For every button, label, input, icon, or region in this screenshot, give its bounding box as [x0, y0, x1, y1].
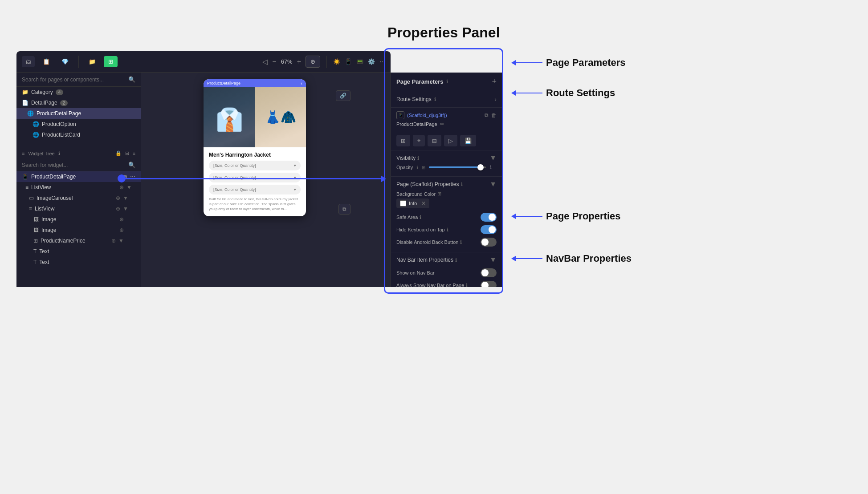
page-display-name: ProductDetailPage [396, 121, 437, 127]
add-widget-icon-2[interactable]: ⊕ [119, 184, 124, 190]
show-on-navbar-toggle[interactable] [481, 268, 497, 277]
search-icon-2: 🔍 [128, 162, 135, 168]
hide-keyboard-info-icon: ℹ [447, 227, 448, 233]
widget-item-listview-2[interactable]: ≡ ListView ⊕ ▼ [16, 203, 141, 214]
page-item-category[interactable]: 📁 Category 4 [16, 87, 141, 97]
page-item-detailpage[interactable]: 📄 DetailPage 2 [16, 97, 141, 108]
list-icon: ≡ [25, 184, 29, 190]
toolbar-gem-icon[interactable]: 💎 [58, 56, 72, 67]
toolbar-sun-icon[interactable]: ☀️ [333, 58, 340, 65]
product-detail-widget-label: ProductDetailPage [31, 174, 76, 180]
add-widget-icon-3[interactable]: ⊕ [116, 195, 120, 201]
widget-item-image-1[interactable]: 🖼 Image ⊕ [16, 214, 141, 225]
add-widget-icon-7[interactable]: ⊕ [111, 238, 116, 244]
sort-icon[interactable]: ⊟ [125, 150, 129, 156]
toolbar-folder-icon[interactable]: 📁 [85, 56, 99, 67]
widget-tree-header: ≡ Widget Tree ℹ 🔒 ⊟ ≡ [16, 148, 141, 159]
add-widget-icon-5[interactable]: ⊕ [119, 216, 124, 223]
panel-add-btn[interactable]: + [492, 77, 497, 86]
phone-mockup: ProductDetailPage ‹ 👔 👗🧥 Men's Harringto… [204, 79, 306, 216]
visibility-collapse[interactable]: ▼ [489, 154, 497, 162]
arrow-icon-2[interactable]: ▼ [123, 195, 128, 201]
toolbar-adjust-icon[interactable]: ⚙️ [368, 58, 375, 65]
widget-item-text-2[interactable]: T Text [16, 257, 141, 267]
page-item-product-detail[interactable]: 🌐 ProductDetailPage [16, 108, 141, 119]
page-ref-name: (Scaffold_djug3tf)) [407, 113, 447, 118]
color-chip[interactable]: Info ✕ [396, 198, 429, 208]
phone-dropdown-2[interactable]: [Size, Color or Quantity] ▾ [209, 173, 301, 182]
action-play-btn[interactable]: ▷ [444, 135, 457, 146]
widget-item-image-2[interactable]: 🖼 Image ⊕ [16, 225, 141, 235]
widget-item-imagecarousel[interactable]: ▭ ImageCarousel ⊕ ▼ [16, 193, 141, 203]
widget-item-productnamprice[interactable]: ⊞ ProductNamePrice ⊕ ▼ [16, 235, 141, 246]
page-item-product-option[interactable]: 🌐 ProductOption [16, 119, 141, 130]
visibility-section: Visibility ℹ ▼ Opacity ℹ ⊞ 1 [391, 150, 502, 177]
pages-search-input[interactable] [22, 77, 125, 83]
route-settings-chevron: › [494, 96, 497, 103]
page-scaffold-collapse[interactable]: ▼ [489, 180, 497, 188]
page-params-info-icon: ℹ [446, 79, 448, 85]
link-icon-badge[interactable]: 🔗 [336, 90, 350, 101]
arrow-head-right [381, 175, 386, 182]
text-icon-3: T [33, 259, 37, 265]
route-settings-info-icon: ℹ [434, 97, 436, 102]
action-table-btn[interactable]: ⊟ [428, 135, 441, 146]
more-icon[interactable]: ≡ [133, 151, 135, 156]
always-show-navbar-label: Always Show Nav Bar on Page [396, 283, 464, 287]
widget-search-bar[interactable]: 🔍 [16, 159, 141, 171]
opacity-slider[interactable] [429, 166, 486, 168]
widget-item-text-1[interactable]: T Text [16, 246, 141, 257]
disable-android-label: Disable Android Back Button [396, 239, 458, 245]
toolbar-tablet-icon[interactable]: 📟 [356, 58, 363, 65]
action-cursor-btn[interactable]: ⌖ [413, 135, 425, 146]
list-icon-2: ≡ [29, 206, 32, 212]
always-show-navbar-toggle[interactable] [481, 281, 497, 287]
arrow-connector [126, 178, 384, 179]
toolbar-cursor-icon[interactable]: ⊕ [306, 56, 320, 68]
web-icon: 🌐 [27, 110, 34, 117]
navbar-collapse[interactable]: ▼ [489, 256, 497, 264]
copy-ref-btn[interactable]: ⧉ [485, 112, 489, 118]
copy-icon-badge[interactable]: ⧉ [338, 204, 350, 215]
info-icon: ℹ [58, 151, 60, 156]
zoom-back-btn[interactable]: ◁ [262, 57, 268, 66]
page-ref-section: 📱 (Scaffold_djug3tf)) ⧉ 🗑 ProductDetailP… [391, 108, 502, 131]
toolbar-more-icon[interactable]: ⋯ [379, 58, 385, 65]
edit-page-name-btn[interactable]: ✏ [440, 121, 444, 127]
widget-item-listview[interactable]: ≡ ListView ⊕ ▼ [16, 182, 141, 193]
opacity-label: Opacity [396, 165, 413, 170]
toolbar-pages-icon[interactable]: 🗂 [22, 56, 35, 67]
route-settings-row[interactable]: Route Settings ℹ › [391, 91, 502, 108]
toolbar-tree-icon[interactable]: 📋 [39, 56, 53, 67]
toolbar-mobile-icon[interactable]: 📱 [345, 58, 352, 65]
safe-area-info-icon: ℹ [420, 215, 421, 220]
dropdown-arrow-3: ▾ [294, 187, 296, 192]
properties-panel: Page Parameters ℹ + Route Settings ℹ › 📱… [391, 73, 502, 287]
action-save-btn[interactable]: 💾 [460, 135, 476, 146]
hide-keyboard-toggle[interactable] [481, 225, 497, 234]
phone-dropdown-1[interactable]: [Size, Color or Quantity] ▾ [209, 161, 301, 170]
zoom-increase-btn[interactable]: + [297, 58, 301, 66]
img-icon-2: 🖼 [33, 227, 39, 233]
product-listcard-label: ProductListCard [42, 132, 80, 138]
delete-ref-btn[interactable]: 🗑 [491, 112, 497, 118]
arrow-icon-4[interactable]: ▼ [118, 238, 124, 244]
disable-android-toggle[interactable] [481, 238, 497, 247]
page-item-product-listcard[interactable]: 🌐 ProductListCard [16, 130, 141, 140]
widget-search-input[interactable] [22, 162, 125, 168]
add-widget-icon-4[interactable]: ⊕ [116, 206, 120, 212]
opacity-info-icon: ℹ [416, 165, 418, 170]
lock-icon[interactable]: 🔒 [115, 150, 122, 156]
action-widget-btn[interactable]: ⊞ [396, 135, 410, 146]
color-close-icon[interactable]: ✕ [421, 200, 426, 207]
toolbar-active-icon[interactable]: ⊞ [104, 56, 118, 67]
pages-search-bar[interactable]: 🔍 [16, 73, 141, 87]
safe-area-toggle[interactable] [481, 213, 497, 222]
add-widget-icon-6[interactable]: ⊕ [119, 227, 124, 233]
zoom-decrease-btn[interactable]: − [272, 58, 276, 66]
phone-dropdown-3[interactable]: [Size, Color or Quantity] ▾ [209, 185, 301, 194]
blue-dot-indicator [118, 174, 126, 182]
arrow-icon[interactable]: ▼ [126, 184, 132, 190]
imagecarousel-label: ImageCarousel [37, 195, 73, 201]
arrow-icon-3[interactable]: ▼ [123, 206, 128, 212]
